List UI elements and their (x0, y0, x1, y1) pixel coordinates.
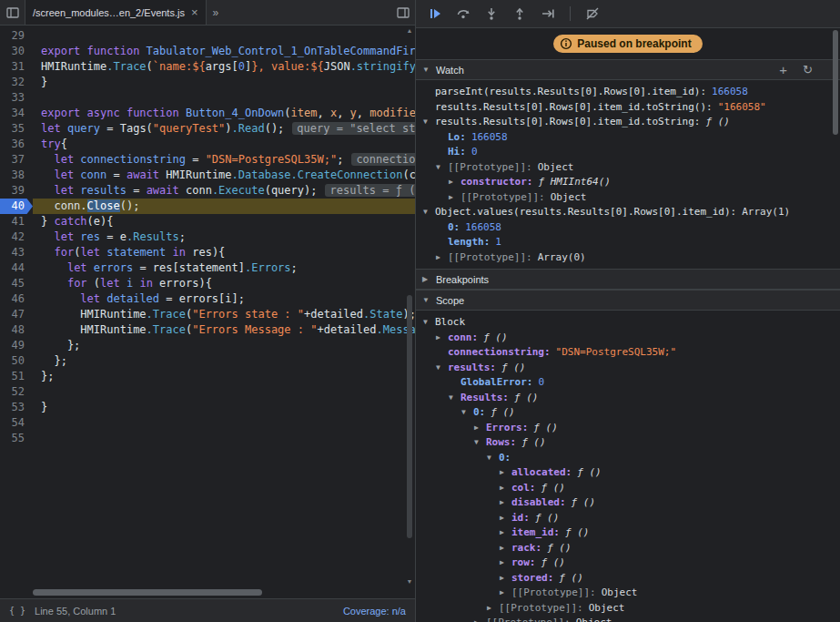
chevron-right-icon[interactable]: ▶ (436, 250, 448, 266)
line-number[interactable]: 52 (0, 384, 33, 400)
scroll-up-arrow-icon[interactable]: ▲ (407, 25, 413, 36)
code-line-text[interactable]: let conn = await HMIRuntime.Database.Cre… (33, 168, 415, 183)
watch-expression-row[interactable]: parseInt(results.Results[0].Rows[0].item… (416, 85, 840, 100)
toggle-debugger-sidebar-icon[interactable] (390, 1, 415, 25)
scrollbar-thumb[interactable] (33, 589, 262, 596)
chevron-right-icon[interactable]: ▶ (449, 190, 460, 206)
scope-property-row[interactable]: ▶stored:ƒ () (416, 571, 840, 586)
chevron-right-icon[interactable]: ▶ (500, 525, 511, 541)
chevron-right-icon[interactable]: ▶ (474, 421, 486, 436)
line-number[interactable]: 42 (0, 229, 33, 245)
line-number[interactable]: 50 (0, 353, 33, 369)
scope-section-header[interactable]: ▼ Scope (416, 290, 840, 311)
chevron-down-icon[interactable]: ▼ (436, 160, 448, 176)
line-number[interactable]: 41 (0, 214, 33, 229)
chevron-right-icon[interactable]: ▶ (500, 556, 511, 571)
scope-property-row[interactable]: ▶item_id:ƒ () (416, 525, 840, 541)
chevron-right-icon[interactable]: ▶ (436, 331, 448, 346)
scope-property-row[interactable]: ▶[[Prototype]]:Object (416, 616, 840, 622)
chevron-down-icon[interactable]: ▼ (474, 435, 486, 451)
code-line-text[interactable]: let res = e.Results; (33, 229, 415, 245)
chevron-down-icon[interactable]: ▼ (423, 115, 435, 130)
scrollbar-track[interactable] (404, 36, 415, 576)
step-out-button[interactable] (511, 5, 528, 22)
code-line-text[interactable] (33, 415, 415, 431)
line-number[interactable]: 46 (0, 291, 33, 307)
watch-expression-row[interactable]: ▼[[Prototype]]:Object (416, 160, 840, 176)
code-line-text[interactable]: let results = await conn.Execute(query);… (33, 183, 415, 199)
chevron-down-icon[interactable]: ▼ (422, 66, 431, 74)
editor-horizontal-scrollbar[interactable] (33, 589, 402, 597)
line-number[interactable]: 47 (0, 307, 33, 322)
chevron-right-icon[interactable]: ▶ (500, 511, 511, 526)
watch-expression-row[interactable]: ▶[[Prototype]]:Array(0) (416, 250, 840, 266)
watch-expression-row[interactable]: ▶constructor:ƒ HMIInt64() (416, 175, 840, 190)
coverage-link[interactable]: Coverage: n/a (343, 606, 406, 617)
line-number[interactable]: 48 (0, 322, 33, 338)
chevron-right-icon[interactable]: ▶ (500, 571, 511, 586)
chevron-right-icon[interactable]: ▶ (500, 495, 511, 511)
line-number[interactable]: 35 (0, 121, 33, 137)
scope-property-row[interactable]: ▶row:ƒ () (416, 556, 840, 571)
code-line-text[interactable]: let connectionstring = "DSN=PostgreSQL35… (33, 152, 415, 168)
line-number[interactable]: 37 (0, 152, 33, 168)
scope-property-row[interactable]: ▶disabled:ƒ () (416, 495, 840, 511)
breakpoints-section-header[interactable]: ▶ Breakpoints (416, 269, 840, 290)
chevron-right-icon[interactable]: ▶ (500, 465, 511, 481)
code-line-text[interactable]: for(let statement in res){ (33, 245, 415, 260)
watch-expression-row[interactable]: ▼results.Results[0].Rows[0].item_id.toSt… (416, 115, 840, 130)
line-number[interactable]: 32 (0, 75, 33, 90)
code-line-text[interactable]: } (33, 400, 415, 415)
add-watch-icon[interactable]: + (779, 63, 787, 76)
code-line-text[interactable]: } catch(e){ (33, 214, 415, 229)
code-line-text[interactable] (33, 384, 415, 400)
chevron-right-icon[interactable]: ▶ (500, 541, 511, 556)
chevron-right-icon[interactable]: ▶ (422, 275, 431, 283)
code-line-text[interactable]: try{ (33, 137, 415, 152)
chevron-right-icon[interactable]: ▶ (474, 616, 486, 622)
scope-property-row[interactable]: ▶rack:ƒ () (416, 541, 840, 556)
line-number[interactable]: 53 (0, 400, 33, 415)
line-number[interactable]: 55 (0, 431, 33, 446)
line-number[interactable]: 44 (0, 260, 33, 276)
line-number[interactable]: 30 (0, 44, 33, 59)
code-line-text[interactable]: HMIRuntime.Trace(`name:${args[0]}, value… (33, 59, 415, 75)
scope-property-row[interactable]: ▶id:ƒ () (416, 511, 840, 526)
code-line-text[interactable]: }; (33, 369, 415, 384)
code-line-text[interactable]: } (33, 75, 415, 90)
line-number[interactable]: 43 (0, 245, 33, 260)
more-tabs-icon[interactable]: » (207, 6, 226, 19)
code-line-text[interactable]: for (let i in errors){ (33, 276, 415, 291)
code-line-text[interactable]: }; (33, 353, 415, 369)
scope-property-row[interactable]: ▼0: (416, 451, 840, 466)
line-number-execution-marker[interactable]: 40 (0, 199, 33, 214)
line-number[interactable]: 54 (0, 415, 33, 431)
watch-expression-row[interactable]: results.Results[0].Rows[0].item_id.toStr… (416, 100, 840, 116)
line-number[interactable]: 36 (0, 137, 33, 152)
line-number[interactable]: 49 (0, 338, 33, 353)
chevron-down-icon[interactable]: ▼ (423, 205, 435, 220)
code-editor[interactable]: 2930export function Tabulator_Web_Contro… (0, 25, 415, 598)
watch-expression-row[interactable]: Lo:166058 (416, 130, 840, 146)
watch-expression-row[interactable]: 0:166058 (416, 220, 840, 236)
line-number[interactable]: 38 (0, 168, 33, 183)
scrollbar-thumb[interactable] (407, 295, 412, 538)
refresh-watch-icon[interactable]: ↻ (803, 64, 813, 76)
scope-property-row[interactable]: ▶[[Prototype]]:Object (416, 586, 840, 601)
scrollbar-thumb[interactable] (833, 30, 838, 135)
chevron-down-icon[interactable]: ▼ (487, 451, 499, 466)
chevron-right-icon[interactable]: ▶ (500, 586, 511, 601)
scope-property-row[interactable]: ▼Rows:ƒ () (416, 435, 840, 451)
code-line-text[interactable] (33, 431, 415, 446)
sidebar-scrollbar[interactable] (831, 28, 840, 622)
close-tab-icon[interactable]: × (191, 6, 198, 18)
code-line-text[interactable]: let errors = res[statement].Errors; (33, 260, 415, 276)
code-line-text[interactable]: HMIRuntime.Trace("Errors Message : "+det… (33, 322, 415, 338)
deactivate-breakpoints-button[interactable] (584, 5, 601, 22)
chevron-right-icon[interactable]: ▶ (500, 481, 511, 496)
file-tab[interactable]: /screen_modules…en_2/Events.js × (25, 0, 207, 25)
code-line-text[interactable]: conn.Close(); (33, 199, 415, 214)
step-into-button[interactable] (483, 5, 500, 22)
watch-expression-row[interactable]: ▶[[Prototype]]:Object (416, 190, 840, 206)
scope-property-row[interactable]: ▶Errors:ƒ () (416, 421, 840, 436)
